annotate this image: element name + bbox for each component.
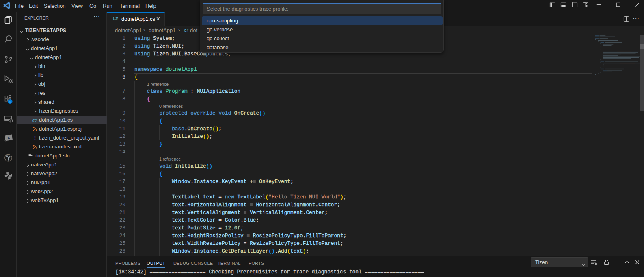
- svg-text:C: C: [8, 136, 10, 140]
- svg-text:2: 2: [9, 100, 11, 104]
